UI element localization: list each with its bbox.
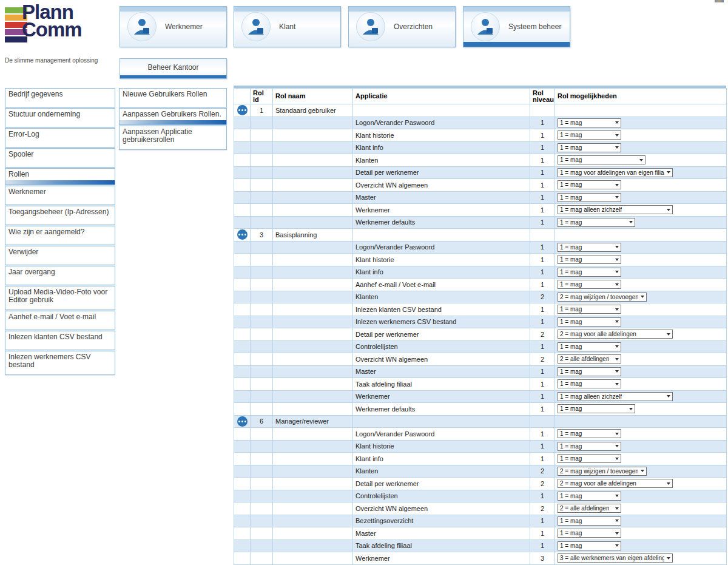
rol-mogelijkheden-select[interactable]: 1 = mag: [558, 404, 635, 413]
nav-overzichten[interactable]: Overzichten: [348, 6, 456, 47]
rol-niveau-cell: 1: [530, 254, 555, 266]
applicatie-cell: Controlelijsten: [353, 490, 530, 502]
rol-mogelijkheden-cell: 1 = mag: [555, 303, 727, 316]
rol-mogelijkheden-select[interactable]: 2 = alle afdelingen: [558, 354, 621, 364]
sidebar-item-wie-zijn-er-aangemeld[interactable]: Wie zijn er aangemeld?: [5, 226, 115, 245]
rol-mogelijkheden-select[interactable]: 1 = mag: [558, 130, 621, 140]
empty-cell: [273, 390, 353, 403]
sidebar-item-label: Jaar overgang: [8, 268, 55, 276]
rol-mogelijkheden-select[interactable]: 3 = alle werknemers van eigen afdeling: [558, 553, 673, 563]
empty-cell: [251, 340, 273, 353]
rol-mogelijkheden-cell: 1 = mag: [555, 440, 727, 453]
empty-cell: [234, 378, 251, 391]
rol-mogelijkheden-select[interactable]: 1 = mag: [558, 218, 635, 227]
sidebar-item-inlezen-klanten-csv-bestand[interactable]: Inlezen klanten CSV bestand: [5, 331, 115, 350]
nav-klant[interactable]: Klant: [234, 6, 341, 47]
sidebar-item-verwijder[interactable]: Verwijder: [5, 246, 115, 265]
rol-mogelijkheden-select[interactable]: 1 = mag: [558, 155, 645, 164]
dropdown-arrow-icon: [615, 121, 619, 124]
rol-mogelijkheden-select[interactable]: 1 = mag: [558, 268, 621, 277]
expand-role-icon[interactable]: [237, 229, 248, 240]
submenu-item-aanpassen-gebruikers-rollen[interactable]: Aanpassen Gebruikers Rollen.: [119, 108, 227, 125]
selected-option-label: 2 = mag wijzigen / toevoegen: [560, 294, 638, 300]
rol-niveau-cell: 1: [530, 204, 555, 217]
rol-mogelijkheden-select[interactable]: 2 = mag voor alle afdelingen: [558, 479, 673, 488]
sidebar-item-upload-media-video-foto-voor-editor-gebruik[interactable]: Upload Media-Video-Foto voor Editor gebr…: [5, 286, 115, 310]
rol-mogelijkheden-select[interactable]: 1 = mag: [558, 529, 621, 538]
role-app-row: Logon/Verander Paswoord11 = mag: [234, 241, 727, 254]
empty-cell: [273, 254, 353, 266]
rol-mogelijkheden-select[interactable]: 1 = mag: [558, 143, 621, 152]
rol-mogelijkheden-select[interactable]: 1 = mag: [558, 193, 621, 202]
rol-mogelijkheden-select[interactable]: 1 = mag: [558, 118, 621, 127]
nav-werknemer[interactable]: Werknemer: [120, 6, 227, 47]
empty-cell: [251, 502, 273, 515]
role-app-row: Master11 = mag: [234, 365, 727, 378]
rol-mogelijkheden-select[interactable]: 1 = mag: [558, 541, 621, 550]
rol-mogelijkheden-select[interactable]: 1 = mag: [558, 280, 621, 289]
sidebar-item-werknemer[interactable]: Werknemer: [5, 186, 115, 205]
sidebar-item-inlezen-werknemers-csv-bestand[interactable]: Inlezen werknemers CSV bestand: [5, 351, 115, 375]
sidebar-item-spooler[interactable]: Spooler: [5, 148, 115, 167]
submenu-item-nieuwe-gebruikers-rollen[interactable]: Nieuwe Gebruikers Rollen: [119, 88, 227, 107]
rol-mogelijkheden-select[interactable]: 1 = mag: [558, 492, 621, 501]
role-app-row: Werknemer11 = mag alleen zichzelf: [234, 390, 727, 403]
submenu-item-aanpassen-applicatie-gebruikersrollen[interactable]: Aanpassen Applicatie gebruikersrollen: [119, 126, 227, 150]
rol-niveau-cell: 1: [530, 428, 555, 441]
empty-cell: [555, 229, 727, 242]
applicatie-cell: Master: [353, 191, 530, 204]
dropdown-arrow-icon: [667, 171, 670, 174]
rol-mogelijkheden-select[interactable]: 2 = mag voor alle afdelingen: [558, 330, 673, 339]
nav-systeem-beheer[interactable]: Systeem beheer: [463, 6, 570, 47]
rol-mogelijkheden-select[interactable]: 1 = mag: [558, 379, 621, 388]
sidebar-item-stuctuur-onderneming[interactable]: Stuctuur onderneming: [5, 108, 115, 127]
rol-mogelijkheden-select[interactable]: 1 = mag alleen zichzelf: [558, 392, 673, 401]
applicatie-cell: Werknemer defaults: [353, 403, 530, 416]
logo-line2: Comm: [22, 21, 82, 38]
rol-mogelijkheden-select[interactable]: 1 = mag: [558, 342, 621, 351]
rol-mogelijkheden-select[interactable]: 1 = mag: [558, 367, 621, 376]
empty-cell: [251, 179, 273, 192]
empty-cell: [530, 415, 555, 428]
corner-artifact: [715, 0, 724, 2]
rol-mogelijkheden-select[interactable]: 1 = mag: [558, 442, 621, 451]
empty-cell: [251, 303, 273, 316]
rol-mogelijkheden-select[interactable]: 1 = mag voor afdelingen van eigen filiaa…: [558, 168, 673, 177]
rol-mogelijkheden-cell: 1 = mag: [555, 154, 727, 167]
rol-mogelijkheden-select[interactable]: 1 = mag: [558, 243, 621, 252]
rol-mogelijkheden-select[interactable]: 1 = mag: [558, 180, 621, 189]
empty-cell: [251, 241, 273, 254]
rol-mogelijkheden-select[interactable]: 1 = mag: [558, 516, 621, 526]
rol-mogelijkheden-select[interactable]: 1 = mag: [558, 429, 621, 438]
dropdown-arrow-icon: [615, 246, 619, 248]
rol-mogelijkheden-select[interactable]: 1 = mag: [558, 454, 621, 463]
expand-role-icon[interactable]: [237, 416, 248, 427]
sidebar-item-error-log[interactable]: Error-Log: [5, 128, 115, 147]
rol-mogelijkheden-select[interactable]: 1 = mag: [558, 255, 621, 264]
sidebar-item-aanhef-e-mail-voet-e-mail[interactable]: Aanhef e-mail / Voet e-mail: [5, 311, 115, 330]
rol-mogelijkheden-select[interactable]: 2 = mag wijzigen / toevoegen: [558, 293, 647, 302]
empty-cell: [273, 340, 353, 353]
sidebar-item-jaar-overgang[interactable]: Jaar overgang: [5, 266, 115, 285]
beheer-kantoor-button[interactable]: Beheer Kantoor: [120, 58, 227, 79]
rol-id-cell: 1: [251, 104, 273, 117]
empty-cell: [234, 552, 251, 565]
logo-tagline: De slimme management oplossing: [5, 57, 98, 64]
sidebar-item-rollen[interactable]: Rollen: [5, 168, 115, 185]
rol-mogelijkheden-select[interactable]: 2 = alle afdelingen: [558, 504, 621, 513]
empty-cell: [251, 478, 273, 490]
rol-mogelijkheden-cell: 1 = mag alleen zichzelf: [555, 204, 727, 217]
sidebar-item-toegangsbeheer-ip-adressen[interactable]: Toegangsbeheer (Ip-Adressen): [5, 206, 115, 225]
rol-mogelijkheden-select[interactable]: 1 = mag: [558, 317, 621, 326]
sidebar-item-bedrijf-gegevens[interactable]: Bedrijf gegevens: [5, 88, 115, 107]
empty-cell: [251, 216, 273, 229]
empty-cell: [234, 365, 251, 378]
rol-mogelijkheden-cell: 2 = mag wijzigen / toevoegen: [555, 465, 727, 478]
expand-role-icon[interactable]: [237, 105, 248, 115]
empty-cell: [530, 104, 555, 117]
applicatie-cell: Detail per werknemer: [353, 328, 530, 341]
empty-cell: [251, 540, 273, 552]
rol-mogelijkheden-select[interactable]: 1 = mag: [558, 305, 621, 314]
rol-mogelijkheden-select[interactable]: 1 = mag alleen zichzelf: [558, 205, 673, 214]
rol-mogelijkheden-select[interactable]: 2 = mag wijzigen / toevoegen: [558, 467, 647, 476]
